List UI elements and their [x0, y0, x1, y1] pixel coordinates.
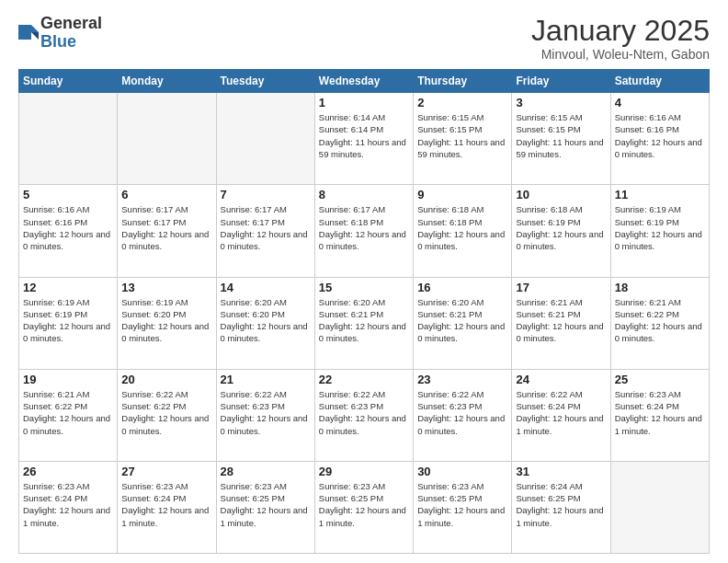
page: General Blue January 2025 Minvoul, Woleu… — [0, 0, 728, 563]
day-number: 7 — [221, 188, 311, 201]
day-info: Sunrise: 6:20 AM Sunset: 6:21 PM Dayligh… — [319, 296, 409, 345]
day-cell: 7Sunrise: 6:17 AM Sunset: 6:17 PM Daylig… — [216, 185, 314, 277]
svg-marker-1 — [31, 32, 39, 40]
day-cell: 2Sunrise: 6:15 AM Sunset: 6:15 PM Daylig… — [414, 93, 512, 185]
day-number: 22 — [319, 373, 409, 386]
day-info: Sunrise: 6:23 AM Sunset: 6:25 PM Dayligh… — [417, 480, 507, 529]
day-cell: 28Sunrise: 6:23 AM Sunset: 6:25 PM Dayli… — [216, 461, 314, 553]
day-info: Sunrise: 6:22 AM Sunset: 6:22 PM Dayligh… — [121, 388, 211, 437]
calendar-body: 1Sunrise: 6:14 AM Sunset: 6:14 PM Daylig… — [19, 93, 710, 554]
day-info: Sunrise: 6:21 AM Sunset: 6:22 PM Dayligh… — [23, 388, 113, 437]
day-number: 18 — [615, 281, 705, 294]
day-info: Sunrise: 6:24 AM Sunset: 6:25 PM Dayligh… — [516, 480, 606, 529]
day-number: 4 — [615, 96, 705, 109]
week-row: 26Sunrise: 6:23 AM Sunset: 6:24 PM Dayli… — [19, 461, 710, 553]
calendar-table: SundayMondayTuesdayWednesdayThursdayFrid… — [18, 69, 710, 554]
day-cell: 9Sunrise: 6:18 AM Sunset: 6:18 PM Daylig… — [414, 185, 512, 277]
day-number: 24 — [516, 373, 606, 386]
day-info: Sunrise: 6:22 AM Sunset: 6:23 PM Dayligh… — [221, 388, 311, 437]
day-number: 29 — [319, 465, 409, 478]
day-info: Sunrise: 6:19 AM Sunset: 6:20 PM Dayligh… — [121, 296, 211, 345]
day-number: 2 — [417, 96, 507, 109]
day-info: Sunrise: 6:23 AM Sunset: 6:24 PM Dayligh… — [121, 480, 211, 529]
week-row: 1Sunrise: 6:14 AM Sunset: 6:14 PM Daylig… — [19, 93, 710, 185]
day-number: 28 — [221, 465, 311, 478]
day-info: Sunrise: 6:15 AM Sunset: 6:15 PM Dayligh… — [417, 111, 507, 160]
day-cell: 20Sunrise: 6:22 AM Sunset: 6:22 PM Dayli… — [118, 369, 216, 461]
logo-text: General Blue — [40, 15, 102, 52]
day-number: 26 — [23, 465, 113, 478]
day-cell: 18Sunrise: 6:21 AM Sunset: 6:22 PM Dayli… — [610, 277, 709, 369]
day-info: Sunrise: 6:23 AM Sunset: 6:24 PM Dayligh… — [23, 480, 113, 529]
svg-marker-0 — [31, 25, 39, 32]
day-cell — [118, 93, 216, 185]
title-block: January 2025 Minvoul, Woleu-Ntem, Gabon — [531, 15, 710, 62]
day-number: 21 — [221, 373, 311, 386]
day-info: Sunrise: 6:22 AM Sunset: 6:23 PM Dayligh… — [417, 388, 507, 437]
day-info: Sunrise: 6:23 AM Sunset: 6:25 PM Dayligh… — [221, 480, 311, 529]
day-cell: 14Sunrise: 6:20 AM Sunset: 6:20 PM Dayli… — [216, 277, 314, 369]
day-cell: 21Sunrise: 6:22 AM Sunset: 6:23 PM Dayli… — [216, 369, 314, 461]
day-cell: 15Sunrise: 6:20 AM Sunset: 6:21 PM Dayli… — [314, 277, 413, 369]
day-number: 15 — [319, 281, 409, 294]
day-info: Sunrise: 6:18 AM Sunset: 6:19 PM Dayligh… — [516, 203, 606, 252]
day-cell: 1Sunrise: 6:14 AM Sunset: 6:14 PM Daylig… — [314, 93, 413, 185]
day-number: 3 — [516, 96, 606, 109]
day-of-week-header: Monday — [118, 70, 216, 93]
day-cell: 30Sunrise: 6:23 AM Sunset: 6:25 PM Dayli… — [414, 461, 512, 553]
day-info: Sunrise: 6:17 AM Sunset: 6:17 PM Dayligh… — [121, 203, 211, 252]
day-number: 14 — [221, 281, 311, 294]
week-row: 5Sunrise: 6:16 AM Sunset: 6:16 PM Daylig… — [19, 185, 710, 277]
logo-general-text: General — [40, 15, 102, 33]
svg-rect-2 — [18, 25, 31, 40]
day-cell: 26Sunrise: 6:23 AM Sunset: 6:24 PM Dayli… — [19, 461, 118, 553]
day-cell: 31Sunrise: 6:24 AM Sunset: 6:25 PM Dayli… — [512, 461, 610, 553]
day-info: Sunrise: 6:14 AM Sunset: 6:14 PM Dayligh… — [319, 111, 409, 160]
day-cell: 11Sunrise: 6:19 AM Sunset: 6:19 PM Dayli… — [610, 185, 709, 277]
day-info: Sunrise: 6:20 AM Sunset: 6:21 PM Dayligh… — [417, 296, 507, 345]
day-number: 30 — [417, 465, 507, 478]
day-cell: 17Sunrise: 6:21 AM Sunset: 6:21 PM Dayli… — [512, 277, 610, 369]
day-info: Sunrise: 6:23 AM Sunset: 6:25 PM Dayligh… — [319, 480, 409, 529]
day-info: Sunrise: 6:23 AM Sunset: 6:24 PM Dayligh… — [615, 388, 705, 437]
day-info: Sunrise: 6:19 AM Sunset: 6:19 PM Dayligh… — [615, 203, 705, 252]
week-row: 19Sunrise: 6:21 AM Sunset: 6:22 PM Dayli… — [19, 369, 710, 461]
day-cell: 27Sunrise: 6:23 AM Sunset: 6:24 PM Dayli… — [118, 461, 216, 553]
day-cell: 5Sunrise: 6:16 AM Sunset: 6:16 PM Daylig… — [19, 185, 118, 277]
day-cell — [19, 93, 118, 185]
day-number: 23 — [417, 373, 507, 386]
day-cell: 8Sunrise: 6:17 AM Sunset: 6:18 PM Daylig… — [314, 185, 413, 277]
day-number: 1 — [319, 96, 409, 109]
day-number: 19 — [23, 373, 113, 386]
logo: General Blue — [18, 15, 102, 52]
day-cell: 10Sunrise: 6:18 AM Sunset: 6:19 PM Dayli… — [512, 185, 610, 277]
month-title: January 2025 — [531, 15, 710, 47]
day-cell: 16Sunrise: 6:20 AM Sunset: 6:21 PM Dayli… — [414, 277, 512, 369]
day-info: Sunrise: 6:22 AM Sunset: 6:23 PM Dayligh… — [319, 388, 409, 437]
day-info: Sunrise: 6:22 AM Sunset: 6:24 PM Dayligh… — [516, 388, 606, 437]
day-number: 27 — [121, 465, 211, 478]
day-info: Sunrise: 6:21 AM Sunset: 6:22 PM Dayligh… — [615, 296, 705, 345]
day-cell: 22Sunrise: 6:22 AM Sunset: 6:23 PM Dayli… — [314, 369, 413, 461]
logo-icon — [18, 23, 39, 43]
calendar-header: SundayMondayTuesdayWednesdayThursdayFrid… — [19, 70, 710, 93]
day-number: 25 — [615, 373, 705, 386]
day-info: Sunrise: 6:21 AM Sunset: 6:21 PM Dayligh… — [516, 296, 606, 345]
day-number: 17 — [516, 281, 606, 294]
week-row: 12Sunrise: 6:19 AM Sunset: 6:19 PM Dayli… — [19, 277, 710, 369]
day-number: 9 — [417, 188, 507, 201]
day-number: 10 — [516, 188, 606, 201]
day-cell: 23Sunrise: 6:22 AM Sunset: 6:23 PM Dayli… — [414, 369, 512, 461]
day-number: 20 — [121, 373, 211, 386]
day-of-week-header: Saturday — [610, 70, 709, 93]
day-of-week-header: Tuesday — [216, 70, 314, 93]
day-number: 13 — [121, 281, 211, 294]
day-cell: 6Sunrise: 6:17 AM Sunset: 6:17 PM Daylig… — [118, 185, 216, 277]
logo-blue-text: Blue — [40, 33, 102, 52]
day-of-week-header: Wednesday — [314, 70, 413, 93]
day-info: Sunrise: 6:20 AM Sunset: 6:20 PM Dayligh… — [221, 296, 311, 345]
day-cell: 13Sunrise: 6:19 AM Sunset: 6:20 PM Dayli… — [118, 277, 216, 369]
day-number: 6 — [121, 188, 211, 201]
header: General Blue January 2025 Minvoul, Woleu… — [18, 15, 710, 62]
day-info: Sunrise: 6:16 AM Sunset: 6:16 PM Dayligh… — [615, 111, 705, 160]
